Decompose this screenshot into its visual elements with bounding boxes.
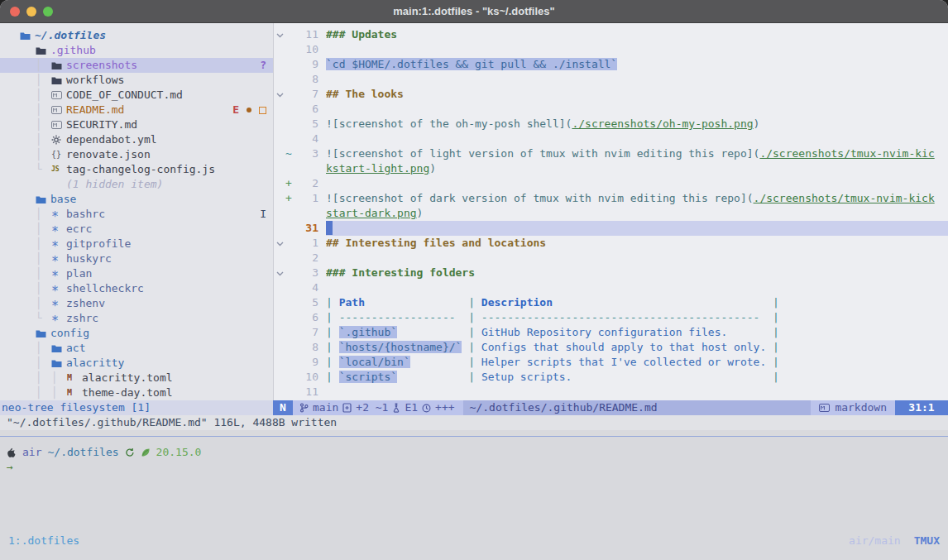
- editor-line[interactable]: 9| `local/bin` | Helper scripts that I'v…: [274, 355, 948, 370]
- tree-guide: [20, 356, 36, 371]
- editor-line[interactable]: 11: [274, 385, 948, 400]
- tree-item-label: workflows: [66, 73, 124, 88]
- line-number: 11: [296, 385, 318, 400]
- tree-item[interactable]: (1 hidden item): [0, 177, 273, 192]
- gear-icon: [51, 135, 66, 145]
- editor-line[interactable]: kstart-light.png): [274, 161, 948, 176]
- mode-indicator: N: [273, 400, 293, 415]
- fold-icon[interactable]: [274, 27, 285, 42]
- apple-icon: [7, 448, 17, 458]
- tree-item-label: bashrc: [66, 207, 105, 222]
- tree-item[interactable]: │dependabot.yml: [0, 132, 273, 147]
- gutter-sign: [285, 385, 296, 400]
- tree-item-label: .github: [50, 43, 96, 58]
- gutter-sign: [285, 57, 296, 72]
- nvim-statusline: N main +2 ~1 E1 +++ ~/.dotfiles/.github/…: [273, 400, 948, 415]
- editor-line[interactable]: 10| `scripts` | Setup scripts. |: [274, 370, 948, 385]
- fold-icon[interactable]: [274, 87, 285, 102]
- tree-item[interactable]: │CODE_OF_CONDUCT.md: [0, 88, 273, 103]
- editor-line[interactable]: 7## The looks: [274, 87, 948, 102]
- markdown-icon: [819, 404, 830, 412]
- tree-item[interactable]: ││Malacritty.toml: [0, 371, 273, 385]
- tree-guide: [20, 192, 36, 207]
- fold-icon[interactable]: [274, 266, 285, 280]
- fold-icon: [274, 280, 285, 295]
- tree-item[interactable]: │*plan: [0, 266, 273, 281]
- editor-line[interactable]: 3### Interesting folders: [274, 266, 948, 280]
- tree-item[interactable]: base: [0, 192, 273, 207]
- tree-item[interactable]: │*bashrcI: [0, 207, 273, 222]
- editor-line[interactable]: 8| `hosts/{hostname}/` | Configs that sh…: [274, 340, 948, 355]
- editor-line[interactable]: ~3![screenshot of light version of tmux …: [274, 146, 948, 161]
- tree-item[interactable]: ~/.dotfiles: [0, 28, 273, 43]
- tree-item[interactable]: │*gitprofile: [0, 237, 273, 251]
- tree-guide: [20, 132, 36, 147]
- editor-line[interactable]: 5| Path | Description |: [274, 295, 948, 310]
- tree-guide: [20, 341, 36, 356]
- close-button[interactable]: [10, 7, 20, 17]
- tree-guide: │: [36, 132, 51, 147]
- editor-line[interactable]: +1![screenshot of dark version of tmux w…: [274, 191, 948, 206]
- editor-line[interactable]: 10: [274, 42, 948, 57]
- line-number: 4: [296, 280, 318, 295]
- tree-item[interactable]: │*shellcheckrc: [0, 281, 273, 296]
- line-text: [326, 221, 948, 236]
- editor-line[interactable]: 11### Updates: [274, 27, 948, 42]
- line-text: `cd $HOME/.dotfiles && git pull && ./ins…: [326, 57, 948, 72]
- editor-line[interactable]: 2: [274, 251, 948, 266]
- tree-item[interactable]: └*zshrc: [0, 311, 273, 326]
- tree-item[interactable]: └JStag-changelog-config.js: [0, 162, 273, 177]
- tree-item[interactable]: │alacritty: [0, 356, 273, 371]
- tree-guide: [20, 207, 36, 222]
- tree-item[interactable]: │SECURITY.md: [0, 117, 273, 132]
- gutter-sign: [285, 221, 296, 236]
- folder-dark-icon: [51, 61, 66, 70]
- tree-guide: │: [36, 207, 51, 222]
- tmux-window-name[interactable]: 1:.dotfiles: [8, 534, 79, 548]
- tree-guide: [20, 43, 36, 58]
- fold-icon: [274, 385, 285, 400]
- editor-line[interactable]: 6| ------------------ | ----------------…: [274, 310, 948, 325]
- editor-line[interactable]: 31: [274, 221, 948, 236]
- editor-line[interactable]: 5![screenshot of the oh-my-posh shell](.…: [274, 117, 948, 132]
- editor-line[interactable]: start-dark.png): [274, 206, 948, 221]
- tree-item[interactable]: │act: [0, 341, 273, 356]
- toml-icon: M: [67, 385, 82, 400]
- shell-pane[interactable]: air ~/.dotfiles 20.15.0 → 1:.dotfiles ai…: [0, 437, 948, 560]
- folder-blue-icon: [36, 195, 50, 204]
- git-diff-counts: +2 ~1: [356, 400, 388, 415]
- tree-item[interactable]: │*huskyrc: [0, 251, 273, 266]
- tree-item[interactable]: │{}renovate.json: [0, 147, 273, 162]
- fold-icon: [274, 295, 285, 310]
- tree-item[interactable]: │README.mdE: [0, 103, 273, 117]
- editor-line[interactable]: 7| `.github` | GitHub Repository configu…: [274, 325, 948, 340]
- line-text: [326, 72, 948, 87]
- gutter-sign: [285, 280, 296, 295]
- tree-item[interactable]: │*zshenv: [0, 296, 273, 311]
- tree-item[interactable]: config: [0, 326, 273, 341]
- tree-item[interactable]: │workflows: [0, 73, 273, 88]
- fold-icon[interactable]: [274, 236, 285, 251]
- line-text: | `scripts` | Setup scripts. |: [326, 370, 948, 385]
- line-text: | `local/bin` | Helper scripts that I've…: [326, 355, 948, 370]
- file-tree: ~/.dotfiles .github │screenshots? │workf…: [0, 23, 273, 400]
- line-text: ## The looks: [326, 87, 948, 102]
- editor-pane[interactable]: 11### Updates109`cd $HOME/.dotfiles && g…: [273, 23, 948, 400]
- zoom-button[interactable]: [43, 7, 53, 17]
- editor-line[interactable]: 1## Interesting files and locations: [274, 236, 948, 251]
- tree-item[interactable]: │*ecrc: [0, 222, 273, 237]
- editor-line[interactable]: 8: [274, 72, 948, 87]
- editor-line[interactable]: +2: [274, 176, 948, 191]
- line-text: [326, 385, 948, 400]
- gutter-sign: [285, 310, 296, 325]
- editor-line[interactable]: 4: [274, 280, 948, 295]
- editor-line[interactable]: 6: [274, 102, 948, 117]
- gutter-sign: [285, 27, 296, 42]
- tree-item[interactable]: .github: [0, 43, 273, 58]
- tree-item[interactable]: ││Mtheme-day.toml: [0, 385, 273, 400]
- minimize-button[interactable]: [26, 7, 36, 17]
- tree-item[interactable]: │screenshots?: [0, 58, 273, 73]
- line-number: 31: [296, 221, 318, 236]
- editor-line[interactable]: 9`cd $HOME/.dotfiles && git pull && ./in…: [274, 57, 948, 72]
- editor-line[interactable]: 4: [274, 132, 948, 146]
